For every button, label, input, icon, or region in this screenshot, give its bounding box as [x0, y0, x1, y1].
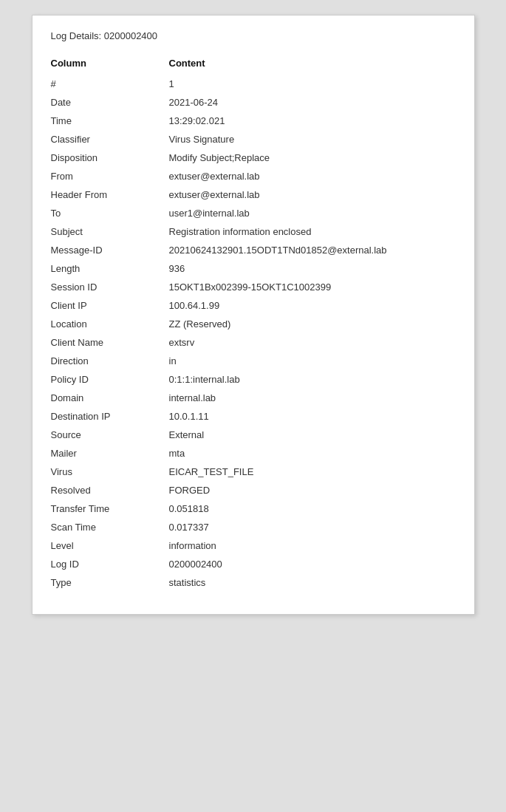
- table-row: ClassifierVirus Signature: [51, 130, 456, 149]
- table-row: Date2021-06-24: [51, 93, 456, 112]
- table-row: Header Fromextuser@external.lab: [51, 185, 456, 204]
- row-column-label: Policy ID: [51, 370, 169, 389]
- row-content-value: Virus Signature: [169, 130, 456, 149]
- row-column-label: Direction: [51, 352, 169, 370]
- row-content-value: External: [169, 426, 456, 444]
- row-content-value: 936: [169, 259, 456, 278]
- row-content-value: extuser@external.lab: [169, 167, 456, 185]
- row-content-value: extsrv: [169, 333, 456, 352]
- row-column-label: Destination IP: [51, 407, 169, 426]
- log-details-table: Column Content #1Date2021-06-24Time13:29…: [51, 55, 456, 592]
- row-content-value: 10.0.1.11: [169, 407, 456, 426]
- table-row: SourceExternal: [51, 426, 456, 444]
- table-row: Mailermta: [51, 444, 456, 463]
- row-column-label: Message-ID: [51, 241, 169, 259]
- row-column-label: To: [51, 204, 169, 222]
- row-content-value: in: [169, 352, 456, 370]
- row-content-value: 0.017337: [169, 518, 456, 536]
- row-content-value: mta: [169, 444, 456, 463]
- table-row: Session ID15OKT1Bx002399-15OKT1C1002399: [51, 278, 456, 296]
- row-column-label: From: [51, 167, 169, 185]
- row-column-label: Transfer Time: [51, 499, 169, 518]
- row-content-value: user1@internal.lab: [169, 204, 456, 222]
- table-row: VirusEICAR_TEST_FILE: [51, 463, 456, 481]
- table-row: DispositionModify Subject;Replace: [51, 149, 456, 167]
- table-row: Log ID0200002400: [51, 555, 456, 573]
- table-row: Policy ID0:1:1:internal.lab: [51, 370, 456, 389]
- column-header: Column: [51, 55, 169, 75]
- table-row: Typestatistics: [51, 573, 456, 592]
- row-column-label: Client Name: [51, 333, 169, 352]
- row-content-value: ZZ (Reserved): [169, 315, 456, 333]
- row-content-value: information: [169, 536, 456, 555]
- row-content-value: 20210624132901.15ODT1TNd01852@external.l…: [169, 241, 456, 259]
- row-column-label: Session ID: [51, 278, 169, 296]
- row-content-value: 15OKT1Bx002399-15OKT1C1002399: [169, 278, 456, 296]
- table-row: ResolvedFORGED: [51, 481, 456, 499]
- table-row: Time13:29:02.021: [51, 112, 456, 130]
- row-column-label: Scan Time: [51, 518, 169, 536]
- row-column-label: Domain: [51, 389, 169, 407]
- row-column-label: Length: [51, 259, 169, 278]
- row-column-label: Type: [51, 573, 169, 592]
- card-title: Log Details: 0200002400: [51, 30, 456, 41]
- row-content-value: Modify Subject;Replace: [169, 149, 456, 167]
- row-content-value: extuser@external.lab: [169, 185, 456, 204]
- table-row: LocationZZ (Reserved): [51, 315, 456, 333]
- table-row: Destination IP10.0.1.11: [51, 407, 456, 426]
- row-content-value: internal.lab: [169, 389, 456, 407]
- table-row: Length936: [51, 259, 456, 278]
- row-content-value: EICAR_TEST_FILE: [169, 463, 456, 481]
- table-row: Touser1@internal.lab: [51, 204, 456, 222]
- table-row: Client IP100.64.1.99: [51, 296, 456, 315]
- row-column-label: Log ID: [51, 555, 169, 573]
- row-content-value: 0200002400: [169, 555, 456, 573]
- row-column-label: Location: [51, 315, 169, 333]
- log-details-card: Log Details: 0200002400 Column Content #…: [32, 15, 475, 615]
- row-content-value: Registration information enclosed: [169, 222, 456, 241]
- content-header: Content: [169, 55, 456, 75]
- table-row: SubjectRegistration information enclosed: [51, 222, 456, 241]
- row-column-label: Subject: [51, 222, 169, 241]
- row-column-label: Virus: [51, 463, 169, 481]
- table-row: Directionin: [51, 352, 456, 370]
- row-column-label: Source: [51, 426, 169, 444]
- row-column-label: Mailer: [51, 444, 169, 463]
- table-row: #1: [51, 75, 456, 93]
- row-column-label: Disposition: [51, 149, 169, 167]
- row-column-label: Resolved: [51, 481, 169, 499]
- row-content-value: 1: [169, 75, 456, 93]
- table-row: Levelinformation: [51, 536, 456, 555]
- row-column-label: Header From: [51, 185, 169, 204]
- row-column-label: Time: [51, 112, 169, 130]
- row-content-value: 2021-06-24: [169, 93, 456, 112]
- row-column-label: Classifier: [51, 130, 169, 149]
- table-row: Fromextuser@external.lab: [51, 167, 456, 185]
- row-column-label: Client IP: [51, 296, 169, 315]
- row-content-value: 0.051818: [169, 499, 456, 518]
- table-row: Message-ID20210624132901.15ODT1TNd01852@…: [51, 241, 456, 259]
- table-row: Client Nameextsrv: [51, 333, 456, 352]
- row-content-value: 0:1:1:internal.lab: [169, 370, 456, 389]
- table-row: Scan Time0.017337: [51, 518, 456, 536]
- row-content-value: 13:29:02.021: [169, 112, 456, 130]
- table-row: Transfer Time0.051818: [51, 499, 456, 518]
- row-column-label: #: [51, 75, 169, 93]
- row-content-value: 100.64.1.99: [169, 296, 456, 315]
- row-column-label: Date: [51, 93, 169, 112]
- table-row: Domaininternal.lab: [51, 389, 456, 407]
- row-column-label: Level: [51, 536, 169, 555]
- row-content-value: statistics: [169, 573, 456, 592]
- row-content-value: FORGED: [169, 481, 456, 499]
